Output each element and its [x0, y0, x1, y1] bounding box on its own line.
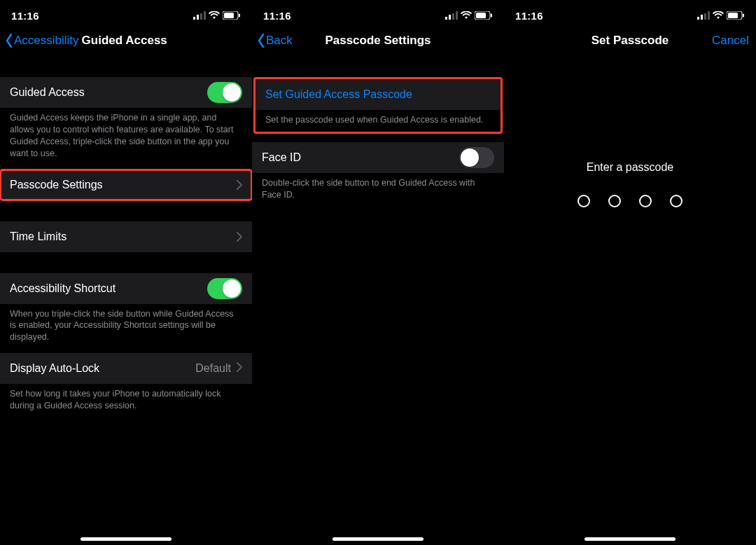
svg-rect-13: [491, 14, 492, 18]
svg-rect-9: [452, 13, 454, 20]
content: Set Guided Access Passcode Set the passc…: [252, 56, 504, 211]
row-label: Set Guided Access Passcode: [265, 88, 412, 101]
svg-rect-12: [476, 13, 486, 18]
signal-icon: [697, 11, 710, 20]
chevron-right-icon: [237, 232, 242, 242]
home-indicator[interactable]: [584, 537, 676, 541]
home-indicator[interactable]: [332, 537, 424, 541]
row-passcode-settings[interactable]: Passcode Settings: [0, 170, 252, 200]
svg-rect-2: [200, 13, 202, 20]
status-indicators: [193, 11, 241, 20]
svg-rect-10: [456, 11, 458, 20]
svg-rect-3: [204, 11, 206, 20]
footer-set-passcode: Set the passcode used when Guided Access…: [255, 110, 500, 132]
svg-rect-1: [197, 15, 199, 20]
status-indicators: [445, 11, 493, 20]
row-value: Default: [195, 362, 231, 375]
footer-face-id: Double-click the side button to end Guid…: [252, 173, 504, 211]
svg-rect-17: [708, 11, 710, 20]
battery-icon: [727, 11, 745, 20]
signal-icon: [445, 11, 458, 20]
svg-rect-0: [193, 17, 195, 20]
chevron-right-icon: [237, 362, 242, 375]
home-indicator[interactable]: [80, 537, 172, 541]
footer-guided-access: Guided Access keeps the iPhone in a sing…: [0, 108, 252, 170]
svg-rect-5: [224, 13, 234, 18]
toggle-accessibility-shortcut[interactable]: [207, 278, 242, 299]
row-accessibility-shortcut[interactable]: Accessibility Shortcut: [0, 273, 252, 304]
footer-display-auto-lock: Set how long it takes your iPhone to aut…: [0, 384, 252, 422]
status-time: 11:16: [11, 10, 39, 22]
status-time: 11:16: [263, 10, 291, 22]
svg-rect-15: [701, 15, 703, 20]
back-button[interactable]: Accessibility: [4, 33, 79, 48]
wifi-icon: [713, 11, 724, 20]
svg-rect-14: [697, 17, 699, 20]
status-indicators: [697, 11, 745, 20]
svg-rect-16: [704, 13, 706, 20]
nav-title: Guided Access: [82, 34, 167, 48]
row-label: Accessibility Shortcut: [10, 282, 115, 295]
svg-rect-19: [728, 13, 738, 18]
battery-icon: [475, 11, 493, 20]
wifi-icon: [209, 11, 220, 20]
row-set-guided-access-passcode[interactable]: Set Guided Access Passcode: [255, 79, 500, 110]
chevron-left-icon: [4, 33, 14, 48]
passcode-dot: [608, 195, 621, 207]
passcode-dot: [578, 195, 590, 207]
status-bar: 11:16: [252, 0, 504, 25]
screen-passcode-settings: 11:16 Back Passcode Settings Set Guided …: [252, 0, 504, 545]
svg-rect-7: [445, 17, 447, 20]
back-label: Back: [266, 34, 293, 48]
svg-rect-8: [449, 15, 451, 20]
content: Guided Access Guided Access keeps the iP…: [0, 56, 252, 422]
passcode-dot: [670, 195, 682, 207]
battery-icon: [223, 11, 241, 20]
row-label: Time Limits: [10, 230, 66, 243]
cancel-button[interactable]: Cancel: [712, 34, 749, 48]
nav-bar: Back Passcode Settings: [252, 25, 504, 56]
svg-rect-20: [743, 14, 744, 18]
wifi-icon: [461, 11, 472, 20]
nav-bar: Set Passcode Cancel: [504, 25, 756, 56]
toggle-face-id[interactable]: [459, 147, 494, 168]
screen-guided-access: 11:16 Accessibility Guided Access Guided…: [0, 0, 252, 545]
nav-bar: Accessibility Guided Access: [0, 25, 252, 56]
row-label: Passcode Settings: [10, 179, 103, 191]
status-bar: 11:16: [504, 0, 756, 25]
footer-accessibility-shortcut: When you triple-click the side button wh…: [0, 304, 252, 354]
status-time: 11:16: [515, 10, 543, 22]
row-guided-access[interactable]: Guided Access: [0, 77, 252, 108]
row-label: Guided Access: [10, 86, 85, 99]
row-time-limits[interactable]: Time Limits: [0, 221, 252, 252]
chevron-right-icon: [237, 180, 242, 190]
row-label: Face ID: [262, 151, 301, 164]
chevron-left-icon: [256, 33, 266, 48]
passcode-dots: [504, 195, 756, 207]
passcode-prompt: Enter a passcode: [504, 161, 756, 174]
status-bar: 11:16: [0, 0, 252, 25]
signal-icon: [193, 11, 206, 20]
back-label: Accessibility: [14, 34, 79, 48]
passcode-dot: [639, 195, 652, 207]
row-face-id[interactable]: Face ID: [252, 142, 504, 173]
toggle-guided-access[interactable]: [207, 82, 242, 103]
screen-set-passcode: 11:16 Set Passcode Cancel Enter a passco…: [504, 0, 756, 545]
row-display-auto-lock[interactable]: Display Auto-Lock Default: [0, 353, 252, 384]
row-label: Display Auto-Lock: [10, 362, 99, 375]
svg-rect-6: [239, 14, 240, 18]
back-button[interactable]: Back: [256, 33, 293, 48]
